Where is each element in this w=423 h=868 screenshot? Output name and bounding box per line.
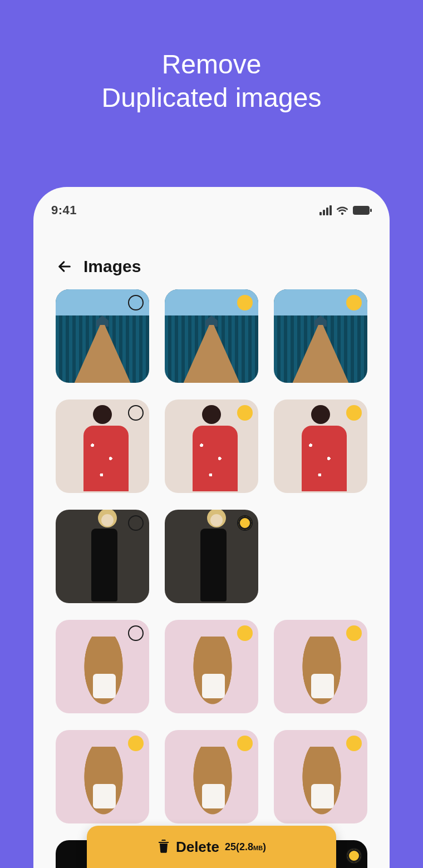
status-icons xyxy=(319,205,372,215)
selection-indicator-icon xyxy=(128,515,144,531)
svg-rect-1 xyxy=(370,209,372,212)
status-bar: 9:41 xyxy=(33,194,390,227)
image-thumbnail[interactable] xyxy=(56,510,149,603)
promo-title: Remove Duplicated images xyxy=(0,0,423,115)
battery-icon xyxy=(353,206,372,215)
duplicate-group xyxy=(56,400,367,493)
selection-indicator-icon xyxy=(346,625,362,641)
selection-indicator-icon xyxy=(346,405,362,421)
delete-button[interactable]: Delete 25(2.8MB) xyxy=(87,826,336,868)
image-thumbnail[interactable] xyxy=(56,730,149,823)
image-grid xyxy=(33,289,390,868)
arrow-left-icon xyxy=(57,259,72,274)
duplicate-group xyxy=(56,510,367,603)
image-thumbnail[interactable] xyxy=(165,400,258,493)
image-thumbnail[interactable] xyxy=(274,400,367,493)
selection-indicator-icon xyxy=(346,295,362,310)
image-thumbnail[interactable] xyxy=(165,510,258,603)
promo-line-1: Remove xyxy=(0,48,423,81)
cellular-signal-icon xyxy=(319,205,332,215)
selection-indicator-icon xyxy=(128,625,144,641)
image-thumbnail[interactable] xyxy=(274,289,367,383)
promo-line-2: Duplicated images xyxy=(0,81,423,115)
image-thumbnail[interactable] xyxy=(56,289,149,383)
status-time: 9:41 xyxy=(51,203,77,218)
image-thumbnail[interactable] xyxy=(56,620,149,713)
selection-indicator-icon xyxy=(237,295,253,310)
page-header: Images xyxy=(33,227,390,289)
selection-indicator-icon xyxy=(346,736,362,751)
image-thumbnail[interactable] xyxy=(165,620,258,713)
image-thumbnail[interactable] xyxy=(165,289,258,383)
duplicate-group xyxy=(56,620,367,713)
duplicate-group xyxy=(56,730,367,823)
selection-indicator-icon xyxy=(237,736,253,751)
duplicate-group xyxy=(56,289,367,383)
page-title: Images xyxy=(83,257,141,276)
selection-indicator-icon xyxy=(237,515,253,531)
delete-size-value: 2.8 xyxy=(239,841,253,852)
image-thumbnail[interactable] xyxy=(165,730,258,823)
delete-count: 25 xyxy=(225,841,236,852)
delete-size-unit: MB xyxy=(253,845,263,851)
delete-label: Delete xyxy=(176,839,219,856)
image-thumbnail[interactable] xyxy=(274,730,367,823)
selection-indicator-icon xyxy=(237,405,253,421)
delete-meta: 25(2.8MB) xyxy=(225,841,266,853)
image-thumbnail[interactable] xyxy=(274,620,367,713)
selection-indicator-icon xyxy=(128,405,144,421)
phone-frame: 9:41 Images xyxy=(33,187,390,868)
wifi-icon xyxy=(336,205,348,215)
selection-indicator-icon xyxy=(128,736,144,751)
svg-rect-0 xyxy=(353,206,370,215)
back-button[interactable] xyxy=(56,258,73,275)
selection-indicator-icon xyxy=(346,848,362,864)
trash-icon xyxy=(157,839,170,855)
selection-indicator-icon xyxy=(237,625,253,641)
selection-indicator-icon xyxy=(128,295,144,310)
image-thumbnail[interactable] xyxy=(56,400,149,493)
